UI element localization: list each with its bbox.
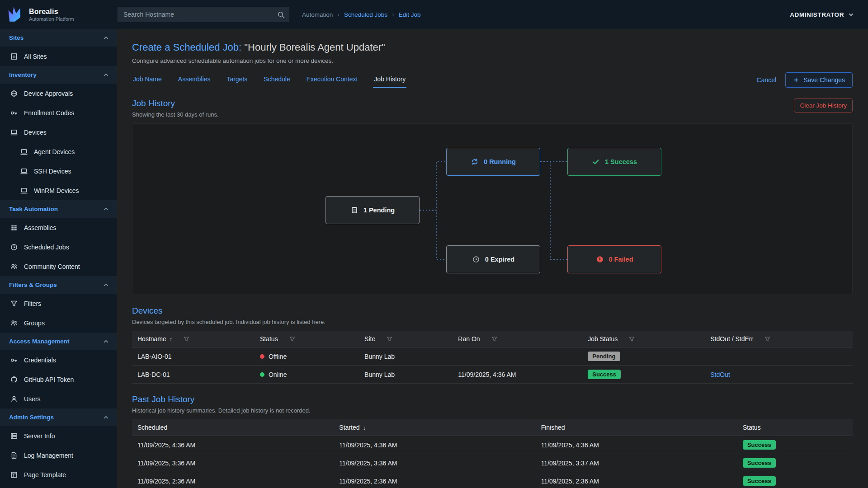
search-icon[interactable]	[277, 11, 285, 19]
people-icon	[10, 263, 18, 271]
finished-cell: 11/09/2025, 3:37 AM	[536, 454, 737, 472]
ran-on-cell	[453, 347, 582, 366]
breadcrumb-scheduled-jobs[interactable]: Scheduled Jobs	[344, 11, 387, 18]
sidebar-item-scheduled-jobs[interactable]: Scheduled Jobs	[0, 237, 117, 257]
started-cell: 11/09/2025, 3:36 AM	[334, 454, 535, 472]
column-header-ran-on[interactable]: Ran On	[453, 331, 582, 347]
tab-targets[interactable]: Targets	[226, 73, 248, 88]
status-cell: Success	[737, 472, 853, 488]
brand: Borealis Automation Platform	[0, 5, 117, 24]
tab-job-history[interactable]: Job History	[373, 73, 406, 88]
sidebar-item-log-management[interactable]: Log Management	[0, 446, 117, 465]
sidebar-item-assemblies[interactable]: Assemblies	[0, 218, 117, 237]
sidebar-item-devices[interactable]: Devices	[0, 122, 117, 142]
server-icon	[10, 432, 18, 440]
filter-icon[interactable]	[764, 336, 771, 343]
column-header-stdout-stderr[interactable]: StdOut / StdErr	[705, 331, 853, 347]
sidebar-item-github-api-token[interactable]: GitHub API Token	[0, 370, 117, 389]
column-header-finished[interactable]: Finished	[536, 419, 737, 436]
flow-node-success: 1 Success	[567, 148, 661, 176]
flow-node-pending: 1 Pending	[326, 196, 420, 224]
people-icon	[10, 319, 18, 327]
sidebar-section-admin-settings[interactable]: Admin Settings	[0, 408, 117, 426]
page-title: Create a Scheduled Job: "Hourly Borealis…	[132, 42, 853, 53]
template-icon	[10, 471, 18, 479]
sidebar-section-filters-groups[interactable]: Filters & Groups	[0, 276, 117, 294]
finished-cell: 11/09/2025, 4:36 AM	[536, 436, 737, 454]
sidebar-section-sites[interactable]: Sites	[0, 29, 117, 47]
past-job-history-subheading: Historical job history summaries. Detail…	[132, 407, 853, 414]
status-badge: Success	[743, 440, 776, 450]
devices-section: Devices Devices targeted by this schedul…	[132, 306, 853, 384]
table-row: 11/09/2025, 2:36 AM 11/09/2025, 2:36 AM …	[132, 472, 853, 488]
sidebar-item-credentials[interactable]: Credentials	[0, 350, 117, 370]
chevron-up-icon	[103, 34, 109, 41]
cancel-button[interactable]: Cancel	[757, 76, 777, 84]
sidebar-item-page-template[interactable]: Page Template	[0, 465, 117, 484]
error-icon	[596, 255, 604, 263]
chevron-up-icon	[103, 282, 109, 288]
column-header-started[interactable]: Started	[334, 419, 535, 436]
chevron-down-icon	[848, 11, 854, 18]
sidebar-item-community-content[interactable]: Community Content	[0, 257, 117, 276]
column-header-scheduled[interactable]: Scheduled	[132, 419, 334, 436]
status-badge: Success	[743, 458, 776, 468]
search-input[interactable]	[118, 7, 289, 22]
flow-node-running: 0 Running	[446, 148, 540, 176]
offline-status-dot	[260, 354, 264, 359]
filter-icon[interactable]	[386, 336, 393, 343]
sidebar-item-all-sites[interactable]: All Sites	[0, 47, 117, 66]
tab-execution-context[interactable]: Execution Context	[306, 73, 359, 88]
key-icon	[10, 109, 18, 117]
sidebar-section-access-management[interactable]: Access Management	[0, 333, 117, 350]
column-header-status[interactable]: Status	[737, 419, 853, 436]
sidebar-item-ssh-devices[interactable]: SSH Devices	[0, 161, 117, 181]
tab-job-name[interactable]: Job Name	[132, 73, 163, 88]
tab-bar: Job Name Assemblies Targets Schedule Exe…	[132, 72, 853, 88]
sidebar: Sites All Sites Inventory Device Approva…	[0, 29, 117, 488]
status-badge: Pending	[588, 352, 620, 361]
hostname-cell: LAB-DC-01	[132, 366, 255, 384]
column-header-status[interactable]: Status	[255, 331, 359, 347]
sidebar-section-task-automation[interactable]: Task Automation	[0, 200, 117, 218]
sidebar-item-filters[interactable]: Filters	[0, 294, 117, 313]
breadcrumb: Automation Scheduled Jobs Edit Job	[302, 11, 421, 18]
tab-schedule[interactable]: Schedule	[263, 73, 291, 88]
sidebar-item-server-info[interactable]: Server Info	[0, 426, 117, 446]
tab-assemblies[interactable]: Assemblies	[177, 73, 212, 88]
past-job-history-table: Scheduled Started Finished Status 11/09/…	[132, 419, 853, 488]
ran-on-cell: 11/09/2025, 4:36 AM	[453, 366, 582, 384]
status-badge: Success	[743, 476, 776, 486]
filter-icon[interactable]	[183, 336, 190, 343]
column-header-job-status[interactable]: Job Status	[582, 331, 705, 347]
flow-node-expired: 0 Expired	[446, 245, 540, 273]
search-box	[118, 7, 289, 22]
sidebar-item-agent-devices[interactable]: Agent Devices	[0, 142, 117, 161]
filter-icon[interactable]	[289, 336, 296, 343]
devices-heading: Devices	[132, 306, 853, 316]
stdout-link[interactable]: StdOut	[710, 371, 730, 378]
clear-job-history-button[interactable]: Clear Job History	[794, 99, 853, 113]
sidebar-item-device-approvals[interactable]: Device Approvals	[0, 84, 117, 103]
stdout-cell: StdOut	[705, 366, 853, 384]
sidebar-section-inventory[interactable]: Inventory	[0, 66, 117, 84]
breadcrumb-edit-job[interactable]: Edit Job	[399, 11, 421, 18]
breadcrumb-separator	[392, 11, 394, 18]
column-header-site[interactable]: Site	[359, 331, 453, 347]
table-row: LAB-AIO-01 Offline Bunny Lab Pending	[132, 347, 853, 366]
breadcrumb-automation[interactable]: Automation	[302, 11, 333, 18]
user-menu[interactable]: ADMINISTRATOR	[790, 11, 854, 18]
filter-icon[interactable]	[491, 336, 498, 343]
started-cell: 11/09/2025, 2:36 AM	[334, 472, 535, 488]
check-icon	[592, 158, 600, 166]
column-header-hostname[interactable]: Hostname	[132, 331, 255, 347]
sidebar-item-winrm-devices[interactable]: WinRM Devices	[0, 181, 117, 200]
sidebar-item-groups[interactable]: Groups	[0, 313, 117, 333]
sidebar-item-users[interactable]: Users	[0, 389, 117, 408]
save-changes-button[interactable]: Save Changes	[785, 72, 853, 88]
chevron-up-icon	[103, 338, 109, 345]
chevron-up-icon	[103, 206, 109, 212]
filter-icon[interactable]	[628, 336, 635, 343]
past-job-history-section: Past Job History Historical job history …	[132, 394, 853, 488]
sidebar-item-enrollment-codes[interactable]: Enrollment Codes	[0, 103, 117, 122]
